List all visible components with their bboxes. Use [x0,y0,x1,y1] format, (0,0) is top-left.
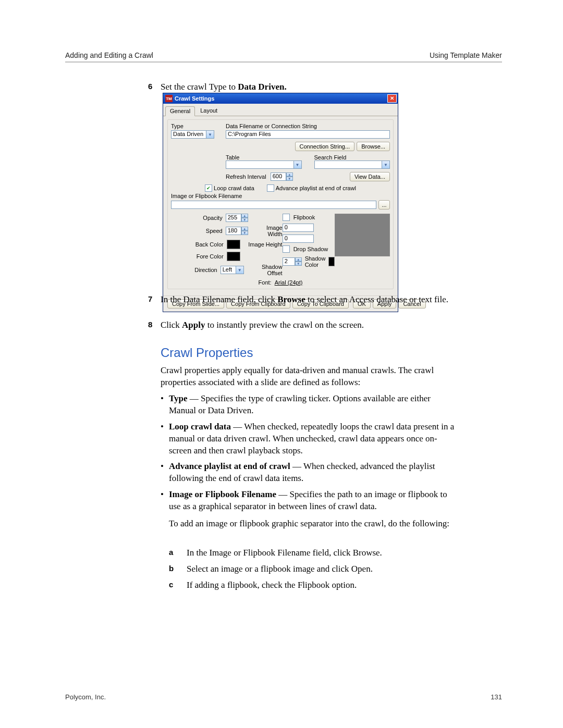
dialog-title: Crawl Settings [175,95,387,102]
flipbook-label: Flipbook [293,214,315,220]
step-6-text-a: Set the crawl Type to [161,82,238,92]
crawl-settings-dialog: TM Crawl Settings ✕ General Layout Type … [163,93,398,312]
bullet-loop: Loop crawl data — When checked, repeated… [169,421,455,457]
font-link[interactable]: Arial (24pt) [275,279,303,286]
step-8-num: 8 [148,319,152,330]
bullet-type-text: — Specifies the type of crawling ticker.… [169,393,431,415]
font-label: Font: [259,279,272,286]
table-select[interactable]: ▼ [226,161,302,169]
image-browse-button[interactable]: ... [378,200,390,209]
forecolor-swatch[interactable] [227,252,240,261]
image-height-label: Image Height [243,241,283,248]
opacity-spinner[interactable]: 255▲▼ [226,214,248,222]
substep-a-text: In the Image or Flipbook Filename field,… [187,548,382,558]
step-6: 6 Set the crawl Type to Data Driven. [161,81,455,93]
type-select[interactable]: Data Driven ▼ [171,130,215,139]
shadow-offset-spinner[interactable]: 2▲▼ [283,257,302,266]
image-width-input[interactable]: 0 [283,224,314,232]
bullet-image-sub: To add an image or flipbook graphic sepa… [169,518,455,530]
refresh-value[interactable]: 600 [271,172,286,181]
step-7-bold: Browse [277,294,305,304]
step-6-text-b: Data Driven. [238,82,286,92]
step-7-a: In the Data Filename field, click [161,294,277,304]
app-icon: TM [165,95,173,102]
shadow-color-swatch[interactable] [328,257,334,266]
close-icon[interactable]: ✕ [387,94,397,103]
speed-spinner[interactable]: 180▲▼ [226,227,248,235]
bullet-advance: Advance playlist at end of crawl — When … [169,461,455,485]
direction-label: Direction [194,267,217,273]
opacity-label: Opacity [203,215,222,221]
forecolor-label: Fore Color [197,253,224,260]
backcolor-label: Back Color [195,241,224,248]
footer-right: 131 [491,693,502,701]
table-label: Table [226,154,302,161]
page-footer: Polycom, Inc. 131 [65,693,502,701]
image-flipbook-input[interactable] [171,201,376,209]
step-8-b: to instantly preview the crawl on the sc… [205,320,364,330]
chevron-down-icon: ▼ [294,161,302,169]
chevron-down-icon: ▼ [206,130,214,139]
image-preview [335,214,390,256]
view-data-button[interactable]: View Data... [350,172,390,181]
shadow-color-label: Shadow Color [305,255,326,268]
section-intro: Crawl properties apply equally for data-… [161,365,455,389]
step-6-num: 6 [148,81,152,92]
header-left: Adding and Editing a Crawl [65,51,153,59]
data-filename-input[interactable]: C:\Program Files [226,130,390,139]
bullet-image: Image or Flipbook Filename — Specifies t… [169,489,455,513]
step-7-b: to select an Access database or text fil… [305,294,448,304]
shadow-offset-label: Shadow Offset [247,264,283,276]
direction-select[interactable]: Left▼ [221,266,244,274]
data-filename-label: Data Filename or Connection String [226,123,390,129]
page-header: Adding and Editing a Crawl Using Templat… [65,51,502,59]
substep-a: a In the Image or Flipbook Filename fiel… [187,547,455,559]
spinner-down-icon[interactable]: ▼ [286,177,293,181]
loop-crawl-checkbox[interactable]: ✔Loop crawl data [205,184,254,192]
step-7: 7 In the Data Filename field, click Brow… [161,294,455,306]
bullet-image-bold: Image or Flipbook Filename [169,489,276,499]
checkbox-checked-icon: ✔ [205,184,212,192]
advance-playlist-checkbox[interactable]: Advance playlist at end of crawl [267,184,356,192]
image-flipbook-label: Image or Flipbook Filename [171,193,390,199]
checkbox-icon [267,184,274,192]
flipbook-checkbox[interactable] [283,214,290,221]
loop-label: Loop crawl data [214,185,254,191]
step-8-bold: Apply [182,320,205,330]
header-rule [65,61,502,63]
spinner-up-icon[interactable]: ▲ [286,172,293,177]
image-width-label: Image Width [251,225,283,237]
bullet-loop-bold: Loop crawl data [169,422,231,431]
search-field-select[interactable]: ▼ [314,161,390,169]
type-value: Data Driven [171,130,206,139]
bullet-type-bold: Type [169,393,188,403]
image-height-input[interactable]: 0 [283,235,314,243]
drop-shadow-label: Drop Shadow [293,246,328,252]
bullet-advance-bold: Advance playlist at end of crawl [169,461,290,471]
search-field-label: Search Field [314,154,390,161]
bullet-type: Type — Specifies the type of crawling ti… [169,393,455,417]
chevron-down-icon: ▼ [382,161,390,169]
footer-left: Polycom, Inc. [65,693,106,701]
substep-b: b Select an image or a flipbook image an… [187,563,455,575]
browse-button[interactable]: Browse... [357,142,390,151]
connection-string-button[interactable]: Connection String... [295,142,355,151]
advance-label: Advance playlist at end of crawl [276,185,356,191]
drop-shadow-checkbox[interactable] [283,245,290,253]
speed-label: Speed [206,228,223,234]
step-8: 8 Click Apply to instantly preview the c… [161,319,455,331]
type-label: Type [171,123,215,129]
step-7-num: 7 [148,294,152,304]
tab-general[interactable]: General [165,106,195,116]
dialog-titlebar[interactable]: TM Crawl Settings ✕ [163,93,398,104]
tab-layout[interactable]: Layout [196,106,222,116]
page: Adding and Editing a Crawl Using Templat… [0,0,563,728]
substep-c-text: If adding a flipbook, check the Flipbook… [187,580,357,590]
refresh-spinner[interactable]: 600 ▲▼ [271,172,293,181]
dialog-body: Type Data Driven ▼ Data Filename or Conn… [163,116,398,295]
backcolor-swatch[interactable] [227,240,240,249]
substep-b-num: b [169,563,174,574]
header-right: Using Template Maker [430,51,502,59]
substep-b-text: Select an image or a flipbook image and … [187,564,373,574]
dialog-tabs: General Layout [163,104,398,116]
